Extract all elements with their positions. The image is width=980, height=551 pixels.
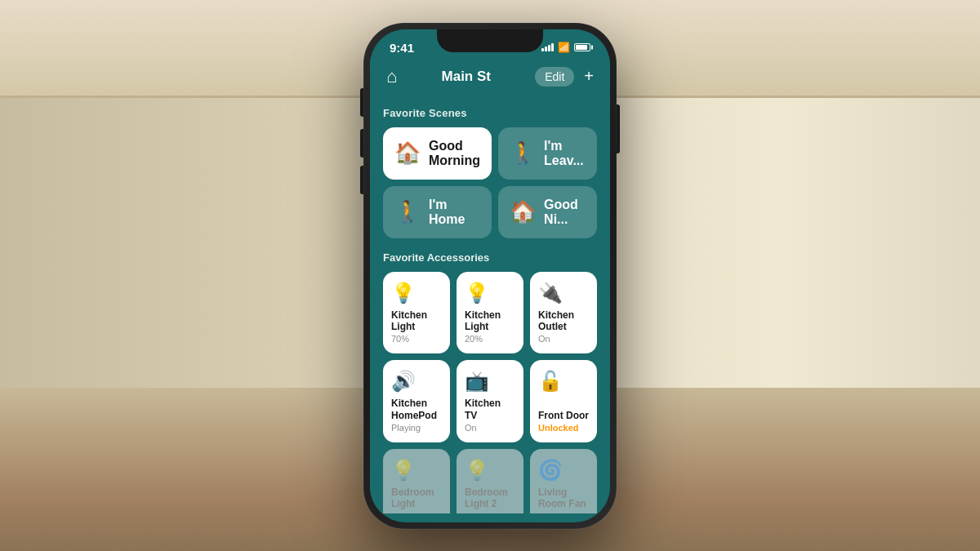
- wifi-icon: 📶: [558, 42, 570, 53]
- battery-icon: [574, 43, 590, 51]
- front-door-icon: 🔓: [538, 370, 589, 393]
- good-morning-label: Good Morning: [429, 139, 480, 168]
- living-room-fan-status: Off: [538, 512, 589, 513]
- kitchen-light-2-name: Kitchen Light: [465, 309, 515, 333]
- bedroom-light-status: Off: [391, 512, 442, 513]
- kitchen-outlet-name: Kitchen Outlet: [538, 309, 589, 333]
- scene-good-night[interactable]: 🏠 Good Ni...: [498, 186, 597, 238]
- kitchen-homepod-status: Playing: [391, 423, 442, 433]
- bedroom-light-name: Bedroom Light: [391, 487, 442, 510]
- front-door-status: Unlocked: [538, 423, 589, 433]
- kitchen-homepod-name: Kitchen HomePod: [391, 398, 442, 421]
- accessory-kitchen-outlet[interactable]: 🔌 Kitchen Outlet On: [530, 272, 597, 354]
- nav-actions: Edit +: [535, 67, 594, 87]
- bedroom-light-icon: 💡: [391, 459, 442, 482]
- good-night-label: Good Ni...: [544, 198, 586, 227]
- accessory-bedroom-light[interactable]: 💡 Bedroom Light Off: [383, 449, 450, 513]
- home-icon[interactable]: ⌂: [386, 66, 397, 87]
- kitchen-light-2-status: 20%: [465, 334, 515, 344]
- phone: 9:41 📶 ⌂ Main St: [363, 23, 617, 529]
- scene-good-morning[interactable]: 🏠 Good Morning: [383, 127, 492, 180]
- scenes-grid: 🏠 Good Morning 🚶 I'm Leav... 🚶 I'm Home …: [383, 127, 597, 238]
- im-leaving-icon: 🚶: [510, 140, 536, 166]
- accessory-bedroom-light-2[interactable]: 💡 Bedroom Light 2 Off: [457, 449, 523, 513]
- phone-screen: 9:41 📶 ⌂ Main St: [370, 29, 610, 522]
- bedroom-light-2-icon: 💡: [465, 459, 515, 482]
- im-home-icon: 🚶: [394, 199, 421, 224]
- status-time: 9:41: [390, 41, 414, 55]
- scenes-section-label: Favorite Scenes: [383, 107, 597, 119]
- nav-title: Main St: [442, 69, 491, 85]
- edit-button[interactable]: Edit: [535, 67, 574, 87]
- kitchen-tv-status: On: [465, 423, 515, 433]
- phone-outer: 9:41 📶 ⌂ Main St: [363, 23, 617, 529]
- kitchen-light-1-icon: 💡: [391, 282, 442, 304]
- accessory-living-room-fan[interactable]: 🌀 Living Room Fan Off: [530, 449, 597, 513]
- kitchen-light-2-icon: 💡: [465, 282, 515, 304]
- kitchen-homepod-icon: 🔊: [391, 370, 442, 393]
- nav-bar: ⌂ Main St Edit +: [370, 60, 610, 94]
- accessory-kitchen-homepod[interactable]: 🔊 Kitchen HomePod Playing: [383, 360, 450, 442]
- accessory-kitchen-light-2[interactable]: 💡 Kitchen Light 20%: [457, 272, 523, 354]
- front-door-name: Front Door: [538, 410, 589, 421]
- signal-icon: [541, 43, 554, 51]
- accessory-kitchen-light-1[interactable]: 💡 Kitchen Light 70%: [383, 272, 450, 354]
- status-icons: 📶: [541, 42, 590, 53]
- kitchen-tv-name: Kitchen TV: [465, 398, 515, 421]
- good-night-icon: 🏠: [510, 199, 536, 224]
- living-room-fan-icon: 🌀: [538, 459, 589, 482]
- accessory-front-door[interactable]: 🔓 Front Door Unlocked: [530, 360, 597, 442]
- kitchen-outlet-status: On: [538, 334, 589, 344]
- notch: [437, 29, 543, 52]
- scene-im-home[interactable]: 🚶 I'm Home: [383, 186, 492, 238]
- accessories-section-label: Favorite Accessories: [383, 251, 597, 264]
- kitchen-outlet-icon: 🔌: [538, 282, 589, 304]
- im-leaving-label: I'm Leav...: [544, 139, 586, 168]
- accessory-kitchen-tv[interactable]: 📺 Kitchen TV On: [457, 360, 523, 442]
- bedroom-light-2-status: Off: [465, 512, 515, 513]
- bedroom-light-2-name: Bedroom Light 2: [465, 487, 515, 510]
- kitchen-light-1-status: 70%: [391, 334, 442, 344]
- content-area: Favorite Scenes 🏠 Good Morning 🚶 I'm Lea…: [370, 94, 610, 513]
- accessories-grid: 💡 Kitchen Light 70% 💡 Kitchen Light 20%: [383, 272, 597, 513]
- scene-im-leaving[interactable]: 🚶 I'm Leav...: [498, 127, 597, 180]
- kitchen-tv-icon: 📺: [465, 370, 515, 393]
- good-morning-icon: 🏠: [394, 140, 421, 166]
- living-room-fan-name: Living Room Fan: [538, 487, 589, 510]
- add-button[interactable]: +: [584, 67, 594, 86]
- im-home-label: I'm Home: [429, 198, 480, 227]
- kitchen-light-1-name: Kitchen Light: [391, 309, 442, 333]
